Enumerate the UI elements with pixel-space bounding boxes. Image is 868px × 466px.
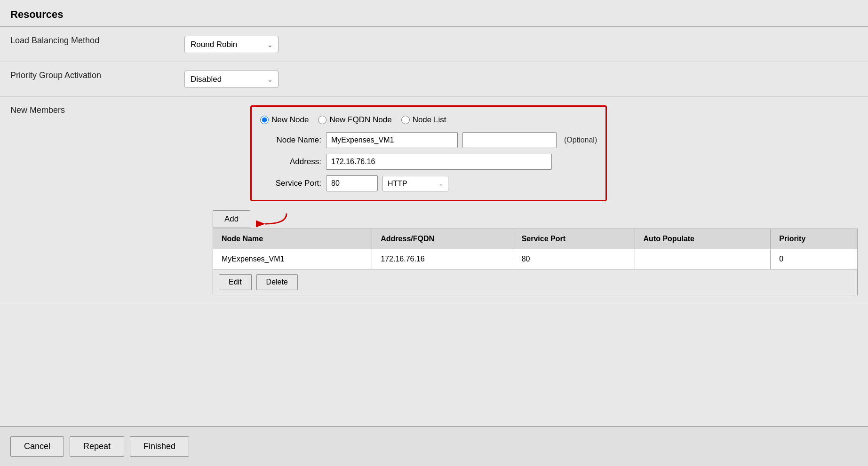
members-table-body: MyExpenses_VM1 172.16.76.16 80 0 [213, 249, 858, 269]
members-table-header-row: Node Name Address/FQDN Service Port Auto… [213, 229, 858, 249]
service-port-row: Service Port: HTTP HTTPS FTP SMTP [260, 175, 597, 191]
load-balancing-row: Load Balancing Method Round Robin Least … [0, 27, 868, 62]
load-balancing-label: Load Balancing Method [0, 27, 174, 62]
radio-area: New Node New FQDN Node Node List [222, 105, 858, 201]
new-members-row: New Members New Node [0, 97, 868, 304]
table-row: MyExpenses_VM1 172.16.76.16 80 0 [213, 249, 858, 269]
col-address-fqdn: Address/FQDN [372, 229, 513, 249]
form-table: Load Balancing Method Round Robin Least … [0, 27, 868, 304]
row-priority: 0 [771, 249, 858, 269]
address-input[interactable] [326, 154, 552, 170]
members-table-full: Node Name Address/FQDN Service Port Auto… [213, 229, 858, 269]
address-label: Address: [260, 157, 321, 166]
node-name-input[interactable] [326, 132, 458, 148]
load-balancing-dropdown-wrapper: Round Robin Least Connections Weighted R… [184, 36, 279, 53]
page-wrapper: Resources Load Balancing Method Round Ro… [0, 0, 868, 466]
delete-button[interactable]: Delete [256, 274, 298, 290]
radio-fqdn-node-label: New FQDN Node [329, 115, 391, 125]
service-port-input[interactable] [326, 175, 378, 191]
repeat-button[interactable]: Repeat [70, 436, 124, 457]
add-button[interactable]: Add [213, 210, 250, 228]
row-address: 172.16.76.16 [372, 249, 513, 269]
service-type-select[interactable]: HTTP HTTPS FTP SMTP Custom [382, 176, 448, 191]
radio-node-list-input[interactable] [401, 116, 410, 124]
arrow-container [256, 210, 289, 229]
cancel-button[interactable]: Cancel [10, 436, 64, 457]
col-node-name: Node Name [213, 229, 372, 249]
optional-text: (Optional) [564, 136, 597, 144]
radio-new-node[interactable]: New Node [260, 115, 309, 125]
priority-group-control: Disabled Enabled ⌄ [174, 62, 868, 97]
main-content: Resources Load Balancing Method Round Ro… [0, 0, 868, 426]
col-auto-populate: Auto Populate [635, 229, 771, 249]
row-service-port: 80 [513, 249, 635, 269]
page-title: Resources [0, 0, 868, 27]
new-members-label: New Members [0, 97, 174, 304]
new-members-cell: New Node New FQDN Node Node List [174, 97, 868, 304]
members-table-head: Node Name Address/FQDN Service Port Auto… [213, 229, 858, 249]
col-priority: Priority [771, 229, 858, 249]
col-service-port: Service Port [513, 229, 635, 249]
node-name-label: Node Name: [260, 135, 321, 145]
radio-fqdn-node[interactable]: New FQDN Node [318, 115, 391, 125]
service-type-dropdown-wrapper: HTTP HTTPS FTP SMTP Custom ⌄ [382, 176, 448, 191]
radio-new-node-label: New Node [271, 115, 309, 125]
members-edit-actions: Edit Delete [213, 269, 858, 295]
edit-button[interactable]: Edit [219, 274, 252, 290]
priority-group-select[interactable]: Disabled Enabled [184, 71, 279, 88]
arrow-icon [256, 210, 289, 229]
row-node-name: MyExpenses_VM1 [213, 249, 372, 269]
service-port-label: Service Port: [260, 179, 321, 188]
row-auto-populate [635, 249, 771, 269]
finished-button[interactable]: Finished [130, 436, 189, 457]
priority-group-label: Priority Group Activation [0, 62, 174, 97]
node-name-optional-input[interactable] [462, 132, 557, 148]
highlight-box: New Node New FQDN Node Node List [250, 105, 607, 201]
radio-node-list-label: Node List [413, 115, 446, 125]
radio-fqdn-node-input[interactable] [318, 116, 326, 124]
add-area: Add [213, 210, 858, 229]
priority-group-row: Priority Group Activation Disabled Enabl… [0, 62, 868, 97]
load-balancing-select[interactable]: Round Robin Least Connections Weighted R… [184, 36, 279, 53]
load-balancing-control: Round Robin Least Connections Weighted R… [174, 27, 868, 62]
radio-node-list[interactable]: Node List [401, 115, 446, 125]
address-row: Address: [260, 154, 597, 170]
priority-group-dropdown-wrapper: Disabled Enabled ⌄ [184, 71, 279, 88]
node-name-row: Node Name: (Optional) [260, 132, 597, 148]
radio-new-node-input[interactable] [260, 116, 269, 124]
members-table: Node Name Address/FQDN Service Port Auto… [213, 229, 858, 269]
bottom-bar: Cancel Repeat Finished [0, 426, 868, 466]
